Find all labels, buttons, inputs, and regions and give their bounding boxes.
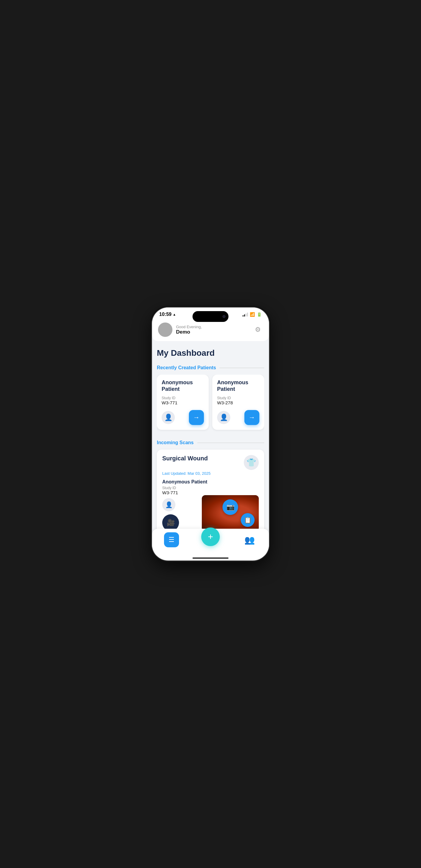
navigate-patient-2-button[interactable]: → <box>244 410 260 425</box>
plus-icon: + <box>208 532 213 542</box>
patient-avatar-sm-2: 👤 <box>217 411 230 424</box>
phone-content: Good Evening, Demo ⚙ My Dashboard Recent… <box>152 319 269 556</box>
bottom-nav: ☰ + 👥 <box>152 529 269 556</box>
nav-item-list[interactable]: ☰ <box>164 532 179 547</box>
scan-card-1[interactable]: Surgical Wound 👕 Last Updated: Mar 03, 2… <box>157 450 264 536</box>
scan-study-label: Study ID <box>162 486 259 490</box>
document-button[interactable]: 📋 <box>241 513 254 527</box>
patient-name-2: Anonymous Patient <box>217 379 260 392</box>
incoming-scans-title: Incoming Scans <box>157 440 194 445</box>
shirt-icon: 👕 <box>246 458 256 467</box>
scan-body-icon: 👕 <box>244 455 259 470</box>
signal-bar-4 <box>247 313 248 316</box>
camera-icon: 📷 <box>227 503 235 511</box>
signal-bars <box>243 312 248 316</box>
header-left: Good Evening, Demo <box>158 322 202 337</box>
battery-icon: 🔋 <box>257 312 262 317</box>
avatar <box>158 322 173 337</box>
people-icon: 👥 <box>244 535 255 545</box>
patient-avatar-sm-1: 👤 <box>161 411 175 424</box>
island-camera-dot <box>222 315 225 318</box>
navigate-patient-1-button[interactable]: → <box>189 410 204 425</box>
recent-patients-title: Recently Created Patients <box>157 365 216 370</box>
camera-button[interactable]: 📷 <box>222 499 238 515</box>
study-label-2: Study ID <box>217 396 260 400</box>
person-icon-1: 👤 <box>164 414 173 422</box>
nav-item-people[interactable]: 👥 <box>242 532 257 547</box>
scan-study-id: W3-771 <box>162 490 259 495</box>
scans-section-divider <box>197 443 264 443</box>
dynamic-island <box>192 311 229 322</box>
home-indicator <box>192 557 229 559</box>
location-icon: ▲ <box>173 313 176 316</box>
signal-bar-3 <box>246 313 246 316</box>
card-bottom-1: 👤 → <box>161 410 204 425</box>
patient-card-2[interactable]: Anonymous Patient Study ID W3-278 👤 → <box>212 375 264 430</box>
scan-date: Mar 03, 2025 <box>188 471 211 476</box>
greeting-container: Good Evening, Demo <box>176 324 202 335</box>
scan-title: Surgical Wound <box>162 455 208 462</box>
greeting-text: Good Evening, <box>176 324 202 329</box>
scan-card-header: Surgical Wound 👕 <box>162 455 259 470</box>
people-nav-icon[interactable]: 👥 <box>242 532 257 547</box>
signal-bar-2 <box>244 314 245 316</box>
section-divider <box>219 368 264 368</box>
page-title: My Dashboard <box>157 348 264 358</box>
document-icon: 📋 <box>244 517 251 524</box>
scan-title-container: Surgical Wound <box>162 455 208 462</box>
status-icons: 📶 🔋 <box>243 312 262 317</box>
study-id-2: W3-278 <box>217 400 260 405</box>
patient-card-1[interactable]: Anonymous Patient Study ID W3-771 👤 → <box>157 375 209 430</box>
time-display: 10:59 <box>159 312 172 317</box>
scan-patient-name: Anonymous Patient <box>162 479 259 485</box>
status-time: 10:59 ▲ <box>159 312 176 317</box>
list-icon: ☰ <box>169 536 175 544</box>
signal-bar-1 <box>243 315 243 316</box>
incoming-scans-section-header: Incoming Scans <box>157 440 264 445</box>
main-content: My Dashboard Recently Created Patients A… <box>152 342 269 556</box>
card-bottom-2: 👤 → <box>217 410 260 425</box>
fab-add-button[interactable]: + <box>201 528 220 546</box>
study-label-1: Study ID <box>161 396 204 400</box>
wifi-icon: 📶 <box>250 312 255 317</box>
scan-last-updated: Last Updated: Mar 03, 2025 <box>162 471 259 476</box>
video-icon: 🎥 <box>167 519 175 527</box>
study-id-1: W3-771 <box>161 400 204 405</box>
scan-bottom: 👤 🎥 📷 📋 <box>162 498 259 531</box>
greeting-name: Demo <box>176 329 202 335</box>
app-header: Good Evening, Demo ⚙ <box>152 319 269 341</box>
recent-patients-section-header: Recently Created Patients <box>157 365 264 370</box>
list-nav-icon[interactable]: ☰ <box>164 532 179 547</box>
person-icon-2: 👤 <box>220 414 228 422</box>
wound-image-overlay: 📷 📋 <box>202 495 259 531</box>
patient-cards-scroll[interactable]: Anonymous Patient Study ID W3-771 👤 → An… <box>157 375 264 432</box>
scan-patient-avatar: 👤 <box>162 498 175 511</box>
wound-image-area: 📷 📋 <box>202 495 259 531</box>
settings-icon[interactable]: ⚙ <box>253 324 263 335</box>
patient-name-1: Anonymous Patient <box>161 379 204 392</box>
person-icon-scan: 👤 <box>165 501 173 508</box>
